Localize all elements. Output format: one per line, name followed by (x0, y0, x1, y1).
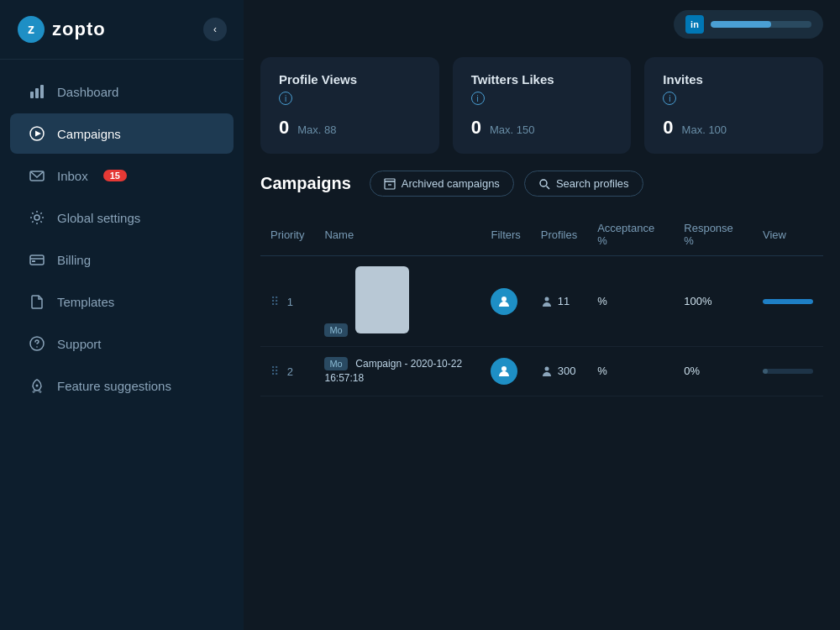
logo-text: zopto (52, 18, 106, 40)
sidebar-item-label-campaigns: Campaigns (57, 127, 121, 141)
person-icon-2 (497, 365, 511, 378)
svg-point-13 (36, 346, 38, 348)
row1-mo-badge: Mo (324, 323, 347, 337)
row2-filters (480, 347, 530, 396)
row1-profiles: 11 (531, 256, 587, 347)
col-header-view: View (753, 213, 823, 256)
svg-marker-6 (35, 131, 41, 137)
profile-views-info-icon[interactable]: i (279, 92, 292, 105)
row1-profiles-count: 11 (558, 295, 570, 307)
sidebar: z zopto ‹ Dashboard (0, 0, 244, 630)
table-body: ⠿ 1 Mo (260, 256, 823, 396)
twitter-likes-current: 0 (471, 117, 481, 139)
linkedin-progress-bar (711, 21, 811, 28)
row1-view (753, 256, 823, 347)
sidebar-item-dashboard[interactable]: Dashboard (10, 71, 234, 112)
archived-campaigns-label: Archived campaigns (402, 177, 500, 190)
stat-card-profile-views: Profile Views i 0 Max. 88 (260, 57, 439, 154)
linkedin-progress-fill (711, 21, 771, 28)
row1-priority-num: 1 (287, 296, 293, 308)
campaigns-title: Campaigns (260, 174, 351, 193)
row2-progress-fill (763, 369, 768, 374)
archived-campaigns-button[interactable]: Archived campaigns (370, 171, 514, 197)
sidebar-nav: Dashboard Campaigns Inbox 15 (0, 60, 244, 630)
search-icon (538, 178, 550, 190)
svg-rect-2 (30, 92, 34, 98)
question-circle-icon (29, 335, 45, 352)
sidebar-item-label-billing: Billing (57, 253, 91, 267)
col-header-priority: Priority (260, 213, 314, 256)
drag-icon[interactable]: ⠿ (270, 295, 279, 308)
row2-acceptance: % (587, 347, 674, 396)
col-header-filters: Filters (480, 213, 530, 256)
stat-title-twitter-likes: Twitters Likes (471, 72, 613, 87)
col-header-response: Response % (674, 213, 753, 256)
sidebar-item-feature-suggestions[interactable]: Feature suggestions (10, 365, 234, 406)
sidebar-item-templates[interactable]: Templates (10, 281, 234, 322)
search-profiles-button[interactable]: Search profiles (524, 171, 643, 197)
svg-point-18 (540, 180, 547, 186)
svg-point-21 (544, 297, 549, 301)
row1-response-value: 100% (684, 295, 711, 307)
svg-point-23 (544, 366, 549, 370)
envelope-icon (29, 167, 45, 184)
row2-priority: ⠿ 2 (260, 347, 314, 396)
row2-progress-bar (763, 369, 813, 374)
sidebar-header: z zopto ‹ (0, 0, 244, 60)
main-content: in Profile Views i 0 Max. 88 Twitters Li… (244, 0, 840, 630)
gear-icon (29, 209, 45, 226)
svg-rect-9 (30, 255, 44, 265)
campaigns-header: Campaigns Archived campaigns Search prof… (260, 171, 823, 197)
sidebar-item-label-global-settings: Global settings (57, 211, 140, 225)
svg-point-20 (501, 297, 507, 302)
linkedin-status[interactable]: in (674, 10, 823, 39)
svg-rect-16 (385, 179, 395, 181)
col-header-name: Name (314, 213, 480, 256)
table-row: ⠿ 1 Mo (260, 256, 823, 347)
topbar: in (244, 0, 840, 49)
file-icon (29, 293, 45, 310)
row1-priority: ⠿ 1 (260, 256, 314, 347)
linkedin-icon: in (685, 15, 704, 34)
archive-icon (384, 178, 396, 190)
svg-rect-3 (35, 88, 39, 98)
row1-name: Mo (314, 256, 480, 347)
sidebar-item-label-feature-suggestions: Feature suggestions (57, 379, 171, 393)
svg-rect-11 (32, 260, 35, 262)
row2-priority-num: 2 (287, 365, 293, 378)
sidebar-item-global-settings[interactable]: Global settings (10, 197, 234, 238)
profile-views-max: Max. 88 (297, 123, 336, 136)
twitter-likes-info-icon[interactable]: i (471, 92, 485, 105)
collapse-icon: ‹ (213, 24, 217, 35)
stat-card-invites: Invites i 0 Max. 100 (644, 57, 823, 154)
invites-current: 0 (663, 117, 673, 139)
collapse-button[interactable]: ‹ (203, 18, 227, 41)
bar-chart-icon (29, 83, 45, 100)
drag-icon-2[interactable]: ⠿ (270, 365, 279, 378)
row1-thumb[interactable] (355, 266, 409, 333)
stat-title-profile-views: Profile Views (279, 72, 421, 87)
invites-max: Max. 100 (682, 123, 727, 136)
svg-point-14 (36, 385, 39, 387)
sidebar-item-label-dashboard: Dashboard (57, 85, 118, 99)
sidebar-item-billing[interactable]: Billing (10, 239, 234, 280)
invites-info-icon[interactable]: i (663, 92, 676, 105)
sidebar-item-campaigns[interactable]: Campaigns (10, 113, 234, 154)
col-header-acceptance: Acceptance % (587, 213, 674, 256)
row2-filter-avatar (491, 358, 517, 385)
person-count-icon-2 (541, 365, 553, 377)
table-header: Priority Name Filters Profiles Acceptanc… (260, 213, 823, 256)
row1-filter-avatar (491, 288, 517, 315)
sidebar-item-inbox[interactable]: Inbox 15 (10, 155, 234, 196)
rocket-icon (29, 377, 45, 394)
sidebar-item-support[interactable]: Support (10, 323, 234, 364)
search-profiles-label: Search profiles (556, 177, 629, 190)
row1-response: 100% (674, 256, 753, 347)
svg-line-19 (546, 186, 549, 189)
row2-profiles-count: 300 (558, 365, 576, 377)
row2-response: 0% (674, 347, 753, 396)
row1-acceptance: % (587, 256, 674, 347)
stat-title-invites: Invites (663, 72, 805, 87)
table-row: ⠿ 2 Mo Campaign - 2020-10-22 16:57:18 (260, 347, 823, 396)
person-icon (497, 295, 511, 308)
